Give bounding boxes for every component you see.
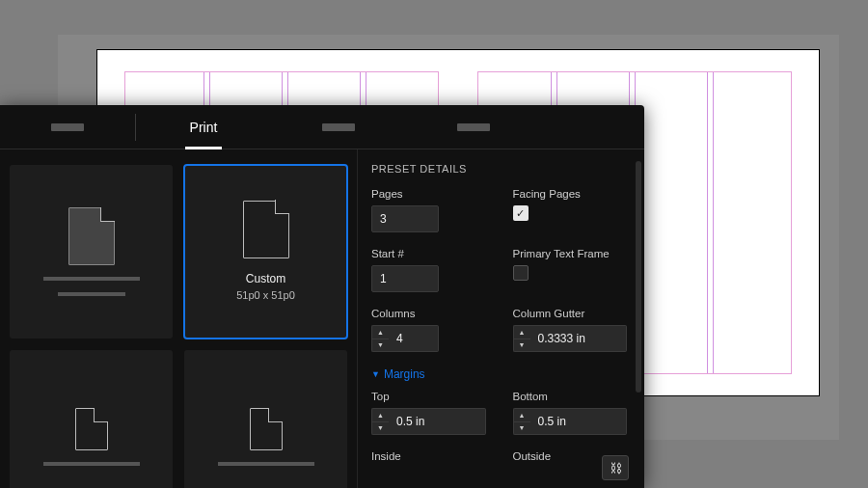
margin-top-stepper[interactable]: ▲▼	[371, 408, 389, 435]
tab-placeholder[interactable]	[457, 123, 490, 131]
preset-grid: Custom 51p0 x 51p0	[0, 149, 357, 488]
document-icon	[243, 201, 289, 258]
chevron-up-icon: ▲	[514, 326, 530, 339]
tab-placeholder[interactable]	[322, 123, 355, 131]
margins-section-toggle[interactable]: ▼ Margins	[371, 367, 627, 381]
primary-text-frame-label: Primary Text Frame	[513, 248, 628, 259]
start-number-label: Start #	[371, 248, 486, 259]
preset-details-panel: PRESET DETAILS Pages 3 Facing Pages ✓ St…	[357, 149, 644, 488]
document-icon	[75, 408, 108, 450]
panel-heading: PRESET DETAILS	[371, 163, 627, 175]
document-icon	[250, 408, 283, 450]
chevron-up-icon: ▲	[372, 326, 389, 339]
preset-dimensions: 51p0 x 51p0	[236, 287, 295, 304]
margins-section-label: Margins	[384, 367, 425, 381]
chevron-down-icon: ▼	[514, 339, 530, 352]
pages-input[interactable]: 3	[371, 205, 439, 232]
margin-top-input[interactable]: 0.5 in	[389, 408, 486, 435]
preset-item-custom[interactable]: Custom 51p0 x 51p0	[184, 165, 347, 339]
preset-label-placeholder	[43, 277, 140, 281]
chevron-down-icon: ▼	[514, 422, 530, 435]
chevron-up-icon: ▲	[372, 409, 389, 422]
preset-label-placeholder	[218, 462, 314, 466]
chevron-down-icon: ▼	[372, 422, 389, 435]
primary-text-frame-checkbox[interactable]	[513, 265, 529, 281]
columns-stepper[interactable]: ▲▼	[371, 325, 389, 352]
column-gutter-label: Column Gutter	[513, 308, 628, 319]
chevron-down-icon: ▼	[372, 339, 389, 352]
columns-label: Columns	[371, 308, 486, 319]
chevron-down-icon: ▼	[371, 369, 380, 379]
columns-input[interactable]: 4	[389, 325, 439, 352]
margin-bottom-stepper[interactable]: ▲▼	[513, 408, 530, 435]
document-icon	[68, 207, 115, 265]
start-number-input[interactable]: 1	[371, 265, 439, 292]
tab-placeholder[interactable]	[51, 123, 84, 131]
margin-inside-label: Inside	[371, 450, 486, 462]
tab-print[interactable]: Print	[136, 120, 271, 135]
margin-top-label: Top	[371, 391, 486, 402]
category-tabs: Print	[0, 105, 644, 149]
facing-pages-checkbox[interactable]: ✓	[513, 205, 529, 221]
preset-item[interactable]	[10, 350, 173, 488]
preset-item[interactable]	[10, 165, 173, 339]
facing-pages-label: Facing Pages	[513, 188, 628, 200]
chevron-up-icon: ▲	[514, 409, 530, 422]
column-gutter-input[interactable]: 0.3333 in	[530, 325, 628, 352]
margin-bottom-input[interactable]: 0.5 in	[530, 408, 628, 435]
preset-title: Custom	[236, 270, 295, 287]
link-icon: ⛓	[610, 461, 622, 475]
pages-label: Pages	[371, 188, 486, 200]
preset-item[interactable]	[184, 350, 347, 488]
gutter-stepper[interactable]: ▲▼	[513, 325, 530, 352]
margin-bottom-label: Bottom	[513, 391, 628, 402]
preset-label-placeholder	[43, 462, 140, 466]
new-document-dialog: Print Custom 51p0 x 51p0	[0, 105, 644, 488]
scrollbar[interactable]	[636, 161, 641, 393]
link-margins-button[interactable]: ⛓	[602, 455, 629, 480]
preset-sub-placeholder	[58, 292, 125, 296]
